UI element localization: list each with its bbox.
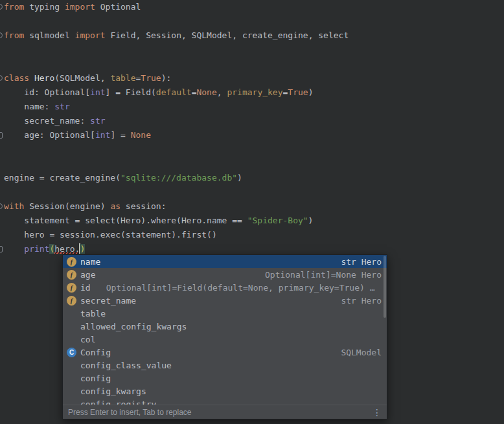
completion-label: name xyxy=(80,257,100,267)
completion-item[interactable]: config_class_value xyxy=(63,359,387,372)
completion-item[interactable]: fnamestr Hero xyxy=(63,255,387,268)
no-icon xyxy=(67,335,76,344)
code-line: age: Optional[int] = None xyxy=(0,128,504,142)
code-token: Field, Session, SQLModel, create_engine,… xyxy=(106,30,349,40)
code-token: "sqlite:///database.db" xyxy=(120,173,237,183)
code-line: with Session(engine) as session: xyxy=(0,199,504,214)
code-line xyxy=(0,43,504,57)
completion-item[interactable]: fsecret_namestr Hero xyxy=(63,294,387,307)
code-token: , xyxy=(217,87,227,97)
completion-popup: fnamestr HerofageOptional[int]=None Hero… xyxy=(62,254,387,419)
completion-item[interactable]: fidOptional[int]=Field(default=None, pri… xyxy=(63,281,387,294)
completion-item[interactable]: allowed_config_kwargs xyxy=(63,320,387,333)
completion-hint: Press Enter to insert, Tab to replace xyxy=(68,408,192,417)
completion-label: allowed_config_kwargs xyxy=(80,322,187,331)
completion-label: table xyxy=(80,309,106,318)
completion-label: col xyxy=(80,335,95,344)
completion-item[interactable]: config xyxy=(63,372,387,385)
completion-item[interactable]: table xyxy=(63,307,387,320)
code-token: True xyxy=(288,87,308,97)
code-token: session: xyxy=(120,201,166,211)
code-token: class xyxy=(4,73,29,83)
code-token: Session(engine) xyxy=(24,201,110,211)
code-token: ) xyxy=(308,216,314,225)
code-token: ) xyxy=(308,87,314,97)
completion-item[interactable]: CConfigSQLModel xyxy=(63,346,387,359)
code-token: None xyxy=(196,87,216,97)
code-token: (SQLModel, xyxy=(54,73,110,83)
field-icon: f xyxy=(67,296,76,306)
code-token: sqlmodel xyxy=(24,30,74,40)
code-token: primary_key xyxy=(227,87,282,97)
code-token: True xyxy=(141,73,161,83)
code-token: str xyxy=(54,102,69,111)
field-icon: f xyxy=(67,257,76,267)
code-line xyxy=(0,142,504,157)
more-options-icon[interactable]: ⋮ xyxy=(372,408,382,417)
completion-item[interactable]: col xyxy=(63,333,387,346)
code-token: statement = select(Hero).where(Hero.name… xyxy=(4,216,247,225)
code-line: class Hero(SQLModel, table=True): xyxy=(0,71,504,85)
completion-type-tail: str Hero xyxy=(341,296,382,306)
code-token: ): xyxy=(161,73,172,83)
gutter-square-icon[interactable] xyxy=(0,246,3,252)
completion-type-tail: SQLModel xyxy=(341,348,382,357)
code-token: Optional xyxy=(95,2,141,12)
completion-item[interactable]: config_kwargs xyxy=(63,385,387,397)
completion-label: config xyxy=(80,374,111,383)
code-token: ) xyxy=(237,173,242,183)
code-line xyxy=(0,185,504,199)
field-icon: f xyxy=(67,283,76,293)
popup-scrollbar[interactable] xyxy=(384,256,386,318)
completion-label: id xyxy=(80,283,91,293)
completion-item[interactable]: config_registry xyxy=(63,397,387,405)
code-token: as xyxy=(110,201,120,211)
gutter-square-icon[interactable] xyxy=(0,132,3,139)
no-icon xyxy=(67,399,76,405)
completion-item[interactable]: fageOptional[int]=None Hero xyxy=(63,268,387,281)
field-icon: f xyxy=(67,270,76,280)
code-token: print xyxy=(24,244,49,254)
code-token: import xyxy=(65,2,95,12)
code-token: int xyxy=(90,87,105,97)
code-token: typing xyxy=(24,2,65,12)
code-token: with xyxy=(4,201,24,211)
code-token: hero = session.exec(statement).first() xyxy=(4,230,217,240)
code-token: "Spider-Boy" xyxy=(247,216,308,225)
completion-type-tail: str Hero xyxy=(341,257,382,267)
no-icon xyxy=(67,322,76,331)
code-token: age: Optional[ xyxy=(4,130,95,140)
code-token: ) xyxy=(80,244,85,254)
code-token: table xyxy=(110,73,135,83)
code-line: id: Optional[int] = Field(default=None, … xyxy=(0,85,504,100)
no-icon xyxy=(67,386,76,396)
code-line: engine = create_engine("sqlite:///databa… xyxy=(0,171,504,185)
code-token: str xyxy=(90,116,105,126)
code-token: from xyxy=(4,30,24,40)
no-icon xyxy=(67,374,76,383)
class-icon: C xyxy=(67,348,76,357)
code-line xyxy=(0,157,504,171)
code-token: int xyxy=(95,130,110,140)
code-token: engine = create_engine( xyxy=(4,173,120,183)
code-line xyxy=(0,57,504,71)
no-icon xyxy=(67,309,76,318)
code-token xyxy=(4,244,24,254)
completion-label: age xyxy=(80,270,95,280)
completion-label: config_registry xyxy=(80,399,156,405)
code-token: import xyxy=(75,30,106,40)
completion-signature: Optional[int]=Field(default=None, primar… xyxy=(106,283,375,293)
code-line: hero = session.exec(statement).first() xyxy=(0,228,504,242)
code-token: default xyxy=(156,87,192,97)
code-line xyxy=(0,14,504,28)
completion-label: config_kwargs xyxy=(80,386,146,396)
code-line: secret_name: str xyxy=(0,114,504,128)
code-line: statement = select(Hero).where(Hero.name… xyxy=(0,214,504,228)
code-lines: from typing import Optionalfrom sqlmodel… xyxy=(0,0,504,256)
code-line: from typing import Optional xyxy=(0,0,504,14)
code-token: Hero xyxy=(34,73,54,83)
code-token: name: xyxy=(4,102,54,111)
code-token: hero. xyxy=(54,244,80,254)
no-icon xyxy=(67,361,76,370)
code-token: from xyxy=(4,2,24,12)
